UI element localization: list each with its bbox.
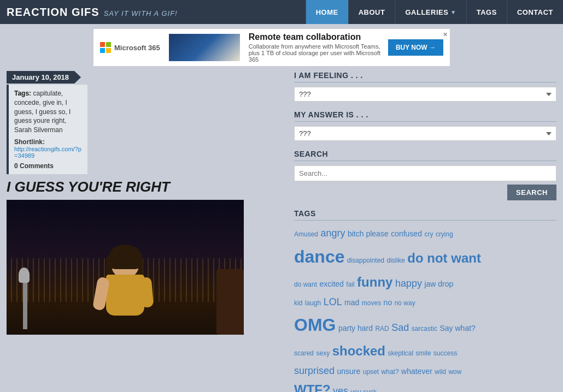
scene bbox=[7, 200, 244, 335]
post-area: I GUESS YOU'RE RIGHT bbox=[7, 179, 285, 335]
site-title: REACTION GIFS bbox=[7, 6, 99, 19]
tag-kid[interactable]: kid bbox=[294, 299, 302, 307]
tag-upset[interactable]: upset bbox=[363, 368, 379, 376]
tag-dance[interactable]: dance bbox=[294, 247, 344, 266]
tag-disappointed[interactable]: disappointed bbox=[347, 257, 384, 264]
nav-home[interactable]: HOME bbox=[306, 0, 348, 24]
tag-smile[interactable]: smile bbox=[416, 349, 431, 357]
tag-shocked[interactable]: shocked bbox=[332, 343, 385, 358]
galleries-dropdown-icon: ▼ bbox=[450, 9, 456, 15]
answer-select[interactable]: ??? bitch please cry dance dislike do no… bbox=[294, 126, 556, 141]
ad-subtext: Collaborate from anywhere with Microsoft… bbox=[249, 43, 388, 63]
tag-wow[interactable]: wow bbox=[448, 368, 461, 376]
chair bbox=[216, 269, 244, 335]
tag-unsure[interactable]: unsure bbox=[337, 367, 360, 376]
post-title: I GUESS YOU'RE RIGHT bbox=[7, 179, 285, 195]
tags-cloud: Amused angry bitch please confused cry c… bbox=[294, 225, 556, 392]
gif-image bbox=[7, 200, 244, 335]
shortlink-label: Shortlink: bbox=[14, 138, 82, 146]
tag-sarcastic[interactable]: sarcastic bbox=[412, 325, 437, 332]
tag-no[interactable]: no bbox=[384, 298, 392, 307]
tag-confused[interactable]: confused bbox=[391, 229, 422, 238]
tag-what[interactable]: what? bbox=[382, 368, 399, 376]
tag-party-hard[interactable]: party hard bbox=[338, 324, 373, 332]
feeling-section: I AM FEELING . . . ??? Amused Angry Conf… bbox=[294, 71, 556, 102]
tags-title: TAGS bbox=[294, 209, 556, 221]
tag-do-want[interactable]: do want bbox=[294, 281, 317, 288]
tag-say-what[interactable]: Say what? bbox=[439, 324, 475, 332]
ad-headline: Remote team collaboration bbox=[249, 32, 388, 42]
tag-amused[interactable]: Amused bbox=[294, 230, 318, 238]
search-button[interactable]: SEARCH bbox=[507, 185, 556, 200]
tag-do-not-want[interactable]: do not want bbox=[407, 251, 481, 265]
tag-happy[interactable]: happy bbox=[395, 278, 422, 289]
tag-surprised[interactable]: surprised bbox=[294, 365, 335, 376]
nav-galleries[interactable]: GALLERIES ▼ bbox=[395, 0, 466, 24]
tag-mad[interactable]: mad bbox=[344, 298, 359, 307]
feeling-title: I AM FEELING . . . bbox=[294, 71, 556, 82]
ad-brand-name: Microsoft 365 bbox=[114, 44, 160, 52]
tag-jaw-drop[interactable]: jaw drop bbox=[424, 280, 453, 288]
main-nav: HOME ABOUT GALLERIES ▼ TAGS CONTACT bbox=[306, 0, 563, 24]
search-row: SEARCH bbox=[294, 185, 556, 200]
nav-about[interactable]: ABOUT bbox=[348, 0, 395, 24]
tag-sad[interactable]: Sad bbox=[391, 322, 409, 333]
tag-yes[interactable]: yes bbox=[333, 385, 348, 392]
ad-cta-button[interactable]: BUY NOW → bbox=[388, 39, 443, 56]
tag-fail[interactable]: fail bbox=[346, 281, 354, 288]
tag-wild[interactable]: wild bbox=[435, 368, 446, 376]
search-section: SEARCH SEARCH bbox=[294, 150, 556, 200]
ad-text-area: Remote team collaboration Collaborate fr… bbox=[249, 32, 388, 63]
site-tagline: SAY IT WITH A GIF! bbox=[104, 9, 178, 17]
tag-crying[interactable]: crying bbox=[436, 230, 453, 238]
figure bbox=[71, 225, 180, 335]
shortlink-url[interactable]: http://reactiongifs.com/?p=34989 bbox=[14, 146, 82, 159]
answer-section: MY ANSWER IS . . . ??? bitch please cry … bbox=[294, 110, 556, 141]
ad-logo: Microsoft 365 bbox=[100, 42, 160, 53]
content-wrapper: January 10, 2018 Tags: capitulate, conce… bbox=[0, 71, 563, 392]
tag-no-way[interactable]: no way bbox=[395, 299, 415, 307]
tag-bitch-please[interactable]: bitch please bbox=[348, 229, 389, 238]
tag-moves[interactable]: moves bbox=[362, 299, 381, 307]
tag-sexy[interactable]: sexy bbox=[316, 349, 330, 357]
left-content: January 10, 2018 Tags: capitulate, conce… bbox=[7, 71, 285, 392]
microsoft-logo-icon bbox=[100, 42, 111, 53]
tag-lol[interactable]: LOL bbox=[324, 296, 342, 307]
right-sidebar: I AM FEELING . . . ??? Amused Angry Conf… bbox=[294, 71, 556, 392]
answer-title: MY ANSWER IS . . . bbox=[294, 110, 556, 122]
tag-excited[interactable]: excited bbox=[319, 280, 343, 288]
tag-scared[interactable]: scared bbox=[294, 349, 314, 357]
nav-contact[interactable]: CONTACT bbox=[507, 0, 563, 24]
tag-wtf[interactable]: WTF? bbox=[294, 382, 331, 392]
tag-you-suck[interactable]: you suck bbox=[351, 388, 377, 392]
feeling-select[interactable]: ??? Amused Angry Confused Excited Happy … bbox=[294, 87, 556, 102]
figure-body bbox=[103, 247, 147, 335]
ad-image bbox=[169, 34, 240, 61]
tag-skeptical[interactable]: skeptical bbox=[388, 349, 413, 357]
comments-count[interactable]: 0 Comments bbox=[14, 162, 82, 170]
post-meta: Tags: capitulate, concede, give in, I gu… bbox=[7, 85, 87, 174]
tags-section: TAGS Amused angry bitch please confused … bbox=[294, 209, 556, 392]
microphone bbox=[19, 268, 30, 283]
microphone-stand bbox=[23, 280, 27, 329]
ad-close-button[interactable]: ✕ bbox=[443, 31, 448, 38]
ad-banner: ✕ Microsoft 365 Remote team collaboratio… bbox=[93, 28, 450, 67]
torso bbox=[106, 275, 144, 316]
tag-whatever[interactable]: whatever bbox=[401, 367, 432, 376]
nav-tags[interactable]: TAGS bbox=[466, 0, 507, 24]
site-header: REACTION GIFS SAY IT WITH A GIF! HOME AB… bbox=[0, 0, 563, 24]
tag-dislike[interactable]: dislike bbox=[386, 257, 404, 264]
tags-label: Tags: bbox=[14, 90, 31, 97]
hair bbox=[109, 245, 142, 269]
tag-laugh[interactable]: laugh bbox=[305, 299, 321, 307]
tag-angry[interactable]: angry bbox=[320, 228, 345, 239]
post-date-badge: January 10, 2018 bbox=[7, 71, 81, 84]
search-title: SEARCH bbox=[294, 150, 556, 161]
search-input[interactable] bbox=[294, 165, 556, 181]
arm-right bbox=[139, 277, 154, 308]
tag-cry[interactable]: cry bbox=[424, 230, 433, 238]
tag-omg[interactable]: OMG bbox=[294, 315, 336, 335]
tag-success[interactable]: success bbox=[433, 349, 457, 357]
tag-rad[interactable]: RAD bbox=[375, 325, 389, 332]
tag-funny[interactable]: funny bbox=[357, 275, 392, 289]
